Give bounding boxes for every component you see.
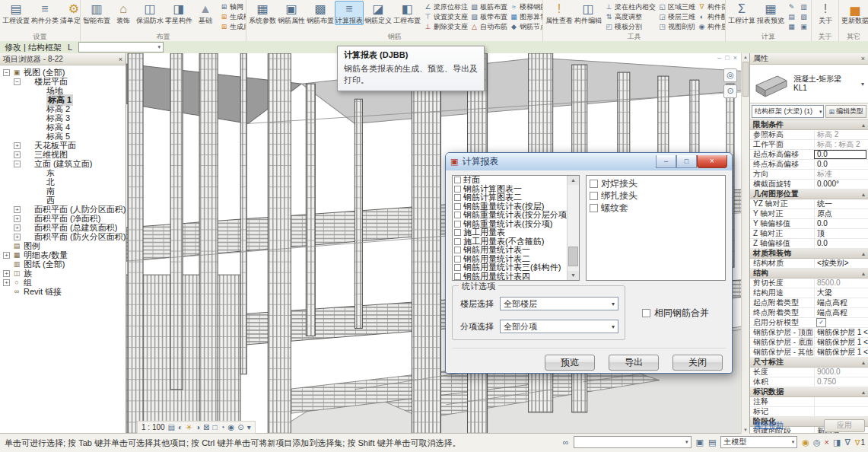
tree-item[interactable]: −立面 (建筑立面)	[0, 159, 126, 168]
tree-expander-icon[interactable]: +	[3, 252, 10, 259]
export-button[interactable]: 导出	[609, 355, 659, 371]
selection-tool-icon[interactable]: ◎	[813, 438, 821, 447]
checkbox-unchecked-icon[interactable]	[454, 186, 461, 193]
maximize-icon[interactable]: □	[676, 155, 697, 168]
ribbon-small-button[interactable]: ∇构件筛选	[698, 2, 726, 12]
tree-expander-icon[interactable]	[26, 133, 33, 140]
ribbon-button[interactable]: ◧工程布置	[393, 1, 421, 25]
ribbon-small-button[interactable]: ▣	[800, 22, 809, 32]
tree-item[interactable]: ▥图纸 (全部)	[0, 259, 126, 269]
tree-item[interactable]: 东	[0, 168, 126, 177]
checkbox-unchecked-icon[interactable]	[454, 247, 461, 253]
checkbox-unchecked-icon[interactable]	[590, 204, 598, 212]
selection-tool-icon[interactable]: ×	[825, 438, 829, 447]
dialog-titlebar[interactable]: ▣ 计算报表 – □ ×	[446, 153, 732, 170]
view-control-icon[interactable]: ◔	[221, 423, 225, 431]
ribbon-small-button[interactable]: ⊞生成底板	[220, 22, 246, 32]
apply-button[interactable]: 应用	[824, 419, 865, 432]
checkbox-unchecked-icon[interactable]	[590, 180, 598, 188]
tree-expander-icon[interactable]: +	[14, 224, 21, 231]
ribbon-button[interactable]: ▲基础	[193, 1, 218, 24]
ribbon-small-button[interactable]: ⇅高度调整	[605, 12, 656, 22]
ribbon-button[interactable]: Σ工程计算	[727, 1, 756, 24]
edit-type-button[interactable]: ⊞编辑类型	[825, 105, 866, 118]
ribbon-button[interactable]: ≡计算报表	[335, 1, 364, 25]
close-icon[interactable]: ×	[119, 56, 122, 63]
ribbon-small-button[interactable]: ⊥删除梁支座	[424, 22, 468, 32]
view-control-icon[interactable]: ⊠	[203, 423, 209, 431]
minimize-icon[interactable]: –	[656, 155, 676, 168]
tree-expander-icon[interactable]	[26, 179, 33, 186]
ribbon-button[interactable]: ⚙清单定额	[59, 1, 81, 24]
preview-button[interactable]: 预览	[545, 355, 595, 371]
close-icon[interactable]: ×	[861, 55, 865, 62]
tree-item[interactable]: 北	[0, 177, 126, 186]
zoom-tool-icon[interactable]: ⊙	[723, 84, 737, 98]
tree-expander-icon[interactable]: −	[3, 69, 10, 76]
ribbon-small-button[interactable]: ⊞轴网	[220, 2, 246, 12]
ribbon-small-button[interactable]: ⊤设置梁支座	[424, 12, 468, 22]
tree-item[interactable]: ∞Revit 链接	[0, 287, 126, 296]
tree-expander-icon[interactable]: −	[14, 78, 21, 85]
editing-requests-icon[interactable]: ▣	[696, 438, 704, 447]
ribbon-small-button[interactable]: ✎	[787, 2, 797, 12]
checkbox-unchecked-icon[interactable]	[454, 221, 461, 228]
view-scale[interactable]: 1 : 100	[141, 423, 165, 431]
merge-rebar-checkbox[interactable]: 相同钢筋合并	[642, 307, 709, 320]
tree-expander-icon[interactable]: +	[3, 279, 10, 286]
report-checklist[interactable]: 封面钢筋计算图表一钢筋计算图表二钢筋重量统计表(按层)钢筋重量统计表(按分层分项…	[452, 175, 580, 281]
family-select[interactable]: 结构框架 (大梁) (1)▾	[752, 105, 824, 118]
checkbox-unchecked-icon[interactable]	[590, 192, 598, 200]
scrollbar-thumb[interactable]	[568, 247, 578, 266]
ribbon-button[interactable]: ▅更新数据	[841, 1, 868, 24]
tree-expander-icon[interactable]: +	[3, 270, 10, 277]
tree-expander-icon[interactable]	[26, 170, 33, 177]
tree-expander-icon[interactable]	[26, 124, 33, 131]
tree-item[interactable]: +○组	[0, 278, 126, 287]
ribbon-small-button[interactable]: ▦	[787, 22, 797, 32]
ribbon-button[interactable]: ◫保温防水	[135, 1, 164, 24]
tree-expander-icon[interactable]	[26, 188, 33, 195]
tree-expander-icon[interactable]	[26, 97, 33, 103]
scrollbar-thumb[interactable]	[742, 62, 749, 97]
ribbon-button[interactable]: !关于	[813, 1, 838, 24]
checkbox-unchecked-icon[interactable]	[454, 229, 461, 236]
selection-tool-icon[interactable]: ◨	[833, 438, 841, 447]
scroll-up-icon[interactable]: ▲	[568, 176, 579, 185]
ribbon-button[interactable]: ▦报表预览	[756, 1, 785, 24]
tree-item[interactable]: 南	[0, 186, 126, 196]
ribbon-small-button[interactable]: ⊞生成楼板	[220, 12, 246, 22]
selection-tool-icon[interactable]: ◉	[802, 438, 809, 447]
selection-tool-icon[interactable]: ∇	[844, 438, 850, 447]
minimize-icon[interactable]: –	[717, 54, 721, 62]
checkbox-unchecked-icon[interactable]	[454, 203, 461, 210]
tree-expander-icon[interactable]	[26, 106, 33, 113]
properties-help-link[interactable]: 属性帮助	[753, 420, 784, 431]
tree-expander-icon[interactable]	[26, 88, 33, 94]
ribbon-small-button[interactable]: ▥	[800, 2, 809, 12]
view-control-icon[interactable]: ◑	[196, 423, 200, 431]
ribbon-small-button[interactable]: ◲楼层三维	[658, 12, 695, 22]
ribbon-small-button[interactable]: ◱区域三维	[658, 2, 695, 12]
ribbon-button[interactable]: ≡构件分类	[30, 1, 59, 24]
close-icon[interactable]: ×	[733, 54, 737, 62]
restore-icon[interactable]: □	[725, 54, 729, 62]
checkbox-unchecked-icon[interactable]	[454, 256, 461, 263]
type-selector[interactable]: 混凝土-矩形梁KL1 ▾	[750, 65, 868, 103]
link-icon[interactable]: ∞	[563, 438, 569, 447]
selection-filter[interactable]: ∇1	[855, 438, 865, 447]
floor-select[interactable]: 全部楼层▾	[500, 297, 618, 310]
ribbon-small-button[interactable]: ⊥梁在柱内相交	[605, 2, 656, 12]
ribbon-button[interactable]: ▥智能布置	[82, 1, 111, 24]
tree-expander-icon[interactable]: −	[14, 161, 21, 167]
ribbon-small-button[interactable]: ▦图形算量	[510, 12, 543, 22]
checkbox-unchecked-icon[interactable]	[642, 309, 650, 317]
ribbon-small-button[interactable]: ▧板筋布置	[470, 2, 507, 12]
tree-expander-icon[interactable]	[26, 197, 33, 204]
ribbon-small-button[interactable]: ▤	[787, 12, 797, 22]
ribbon-small-button[interactable]: ◐构件配色	[698, 12, 726, 22]
checkbox-unchecked-icon[interactable]	[454, 238, 461, 245]
close-button[interactable]: 关闭	[672, 355, 723, 371]
tree-expander-icon[interactable]: +	[14, 206, 21, 213]
view-control-icon[interactable]: □	[213, 423, 218, 431]
